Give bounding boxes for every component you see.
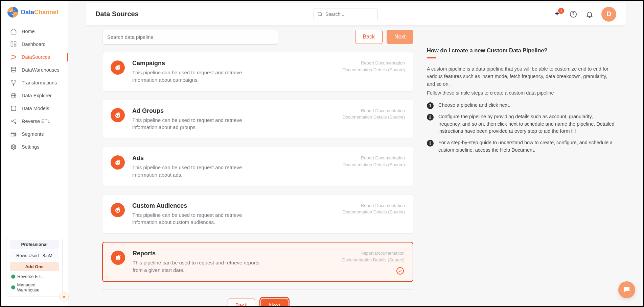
next-button-top[interactable]: Next	[387, 30, 413, 44]
pipeline-title: Campaigns	[132, 60, 335, 67]
user-avatar[interactable]: D	[601, 7, 616, 22]
help-step: 1Choose a pipeline and click next.	[427, 102, 616, 109]
addons-heading: Add Ons	[10, 262, 59, 271]
sidebar-item-label: Segments	[22, 131, 44, 137]
help-step-text: Choose a pipeline and click next.	[438, 102, 510, 109]
svg-point-26	[116, 115, 117, 116]
svg-point-33	[115, 208, 120, 213]
documentation-details-link[interactable]: Documentation Details (Source)	[343, 209, 405, 215]
notifications-button[interactable]	[585, 10, 594, 19]
svg-point-30	[116, 162, 117, 163]
sidebar-item-dataexplorer[interactable]: Data Explorer	[1, 89, 68, 102]
step-number-icon: 2	[427, 114, 434, 121]
report-documentation-link[interactable]: Report Documentation	[342, 250, 405, 257]
brand-logo[interactable]: DataChannel	[1, 5, 68, 24]
svg-point-24	[119, 65, 120, 66]
reddit-icon	[111, 108, 125, 122]
sidebar-item-datasources[interactable]: DataSources	[1, 51, 68, 63]
svg-point-23	[118, 68, 119, 69]
report-documentation-link[interactable]: Report Documentation	[343, 202, 405, 209]
help-step: 3For a step-by-step guide to understand …	[427, 139, 616, 154]
sidebar-item-datawarehouses[interactable]: DataWarehouses	[1, 63, 68, 76]
help-title: How do I create a new Custom Data Pipeli…	[427, 47, 616, 54]
report-documentation-link[interactable]: Report Documentation	[343, 155, 405, 161]
help-step-text: For a step-by-step guide to understand h…	[438, 139, 616, 154]
chat-fab-button[interactable]	[618, 281, 635, 298]
back-button-bottom[interactable]: Back	[228, 299, 255, 307]
sidebar-nav: Home Dashboard DataSources DataWarehouse…	[1, 24, 68, 154]
collapse-sidebar-button[interactable]	[59, 292, 69, 302]
svg-point-5	[11, 58, 12, 59]
back-button-top[interactable]: Back	[355, 30, 383, 44]
reddit-icon	[111, 251, 125, 265]
global-search-input[interactable]	[314, 8, 378, 20]
svg-point-15	[15, 122, 16, 123]
documentation-details-link[interactable]: Documentation Details (Source)	[343, 67, 405, 73]
sidebar-item-transformations[interactable]: Transformations	[1, 76, 68, 89]
reddit-icon	[111, 155, 125, 170]
sidebar-item-settings[interactable]: Settings	[1, 140, 68, 153]
svg-point-31	[118, 162, 119, 163]
svg-point-38	[117, 258, 118, 259]
sidebar-item-dashboard[interactable]: Dashboard	[1, 38, 68, 51]
home-icon	[10, 28, 17, 35]
reddit-icon	[111, 203, 125, 217]
addon-item: Managed Warehouse	[10, 282, 59, 293]
documentation-details-link[interactable]: Documentation Details (Source)	[342, 257, 405, 263]
svg-point-35	[118, 210, 119, 211]
help-step-text: Configure the pipeline by providing deta…	[438, 113, 616, 135]
svg-rect-1	[11, 42, 13, 47]
plan-card: Professional Rows Used - 8.5M Add Ons Re…	[6, 237, 63, 297]
report-documentation-link[interactable]: Report Documentation	[343, 60, 405, 67]
svg-point-9	[15, 80, 16, 81]
sparkle-button[interactable]: 1	[553, 10, 561, 19]
dashboard-icon	[10, 41, 17, 48]
pipeline-search-input[interactable]	[102, 29, 278, 45]
help-paragraph: A custom pipeline is a data pipeline tha…	[427, 65, 616, 88]
svg-point-27	[118, 115, 119, 116]
report-documentation-link[interactable]: Report Documentation	[343, 107, 405, 114]
sidebar-item-segments[interactable]: Segments	[1, 128, 68, 140]
sidebar-item-label: Reverse ETL	[22, 119, 50, 124]
sidebar-item-label: DataWarehouses	[22, 67, 60, 73]
datasources-icon	[10, 54, 17, 60]
svg-point-34	[116, 210, 117, 211]
documentation-details-link[interactable]: Documentation Details (Source)	[343, 114, 405, 121]
svg-rect-12	[11, 106, 16, 110]
sidebar-item-label: Data Explorer	[22, 93, 52, 98]
plan-rows-used: Rows Used - 8.5M	[10, 251, 59, 260]
pipeline-card-customaudiences[interactable]: Custom Audiences This pipeline can be us…	[102, 195, 413, 234]
svg-point-29	[115, 160, 120, 165]
sidebar-item-label: Settings	[22, 144, 39, 150]
pipeline-card-ads[interactable]: Ads This pipeline can be used to request…	[102, 147, 413, 186]
step-number-icon: 1	[427, 102, 434, 109]
status-dot-icon	[11, 275, 15, 279]
next-button-bottom[interactable]: Next	[261, 299, 288, 307]
help-paragraph: Follow these simple steps to create a cu…	[427, 89, 616, 97]
svg-point-8	[11, 80, 12, 81]
pipeline-list: Campaigns This pipeline can be used to r…	[102, 52, 413, 282]
pipeline-desc: This pipeline can be used to request and…	[132, 69, 261, 84]
svg-point-32	[119, 160, 120, 161]
pipeline-card-campaigns[interactable]: Campaigns This pipeline can be used to r…	[102, 52, 413, 92]
svg-point-28	[119, 112, 120, 113]
help-step: 2Configure the pipeline by providing det…	[427, 113, 616, 135]
pipeline-card-reports[interactable]: Reports This pipeline can be used to req…	[102, 242, 413, 282]
svg-point-25	[115, 113, 120, 118]
pipeline-card-adgroups[interactable]: Ad Groups This pipeline can be used to r…	[102, 100, 413, 139]
documentation-details-link[interactable]: Documentation Details (Source)	[343, 161, 405, 168]
gear-icon	[10, 144, 17, 150]
sidebar-item-datamodels[interactable]: Data Models	[1, 102, 68, 115]
notification-badge: 1	[558, 8, 564, 14]
svg-point-4	[11, 55, 12, 56]
pipeline-desc: This pipeline can be used to request and…	[133, 259, 261, 274]
help-button[interactable]	[569, 10, 578, 19]
sidebar-item-home[interactable]: Home	[1, 25, 68, 38]
help-panel: How do I create a new Custom Data Pipeli…	[427, 29, 616, 300]
sidebar-item-reverseetl[interactable]: Reverse ETL	[1, 115, 68, 128]
svg-point-37	[116, 256, 120, 260]
search-icon	[317, 11, 323, 17]
sidebar-item-label: Transformations	[22, 80, 57, 85]
svg-point-10	[13, 84, 14, 85]
pipeline-desc: This pipeline can be used to request and…	[132, 211, 261, 226]
